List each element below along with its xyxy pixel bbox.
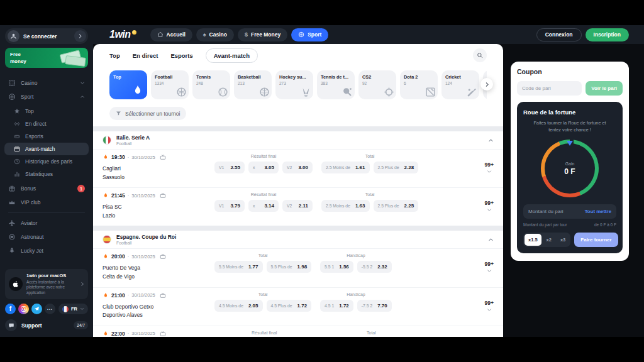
- odds-cell[interactable]: V13.79: [214, 200, 245, 212]
- sport-card-cricket[interactable]: Cricket 124: [441, 70, 479, 99]
- odds-group-label: Résultat final: [214, 192, 313, 197]
- odds-cell[interactable]: 4.5 Moins de2.05: [214, 300, 263, 312]
- multiplier-x3-button[interactable]: x3: [557, 234, 569, 246]
- more-markets-button[interactable]: 99+: [481, 162, 494, 174]
- sport-card-basketball[interactable]: Basketball 213: [234, 70, 272, 99]
- telegram-icon[interactable]: [31, 304, 42, 314]
- more-markets-button[interactable]: 99+: [481, 300, 494, 312]
- match-info[interactable]: 22:00 · 30/10/2025 Atletic Lleida Espany…: [103, 331, 214, 337]
- tab-avant-match[interactable]: Avant-match: [206, 48, 258, 63]
- macos-app-card[interactable]: 1win pour macOS Accès instantané à la pl…: [5, 269, 88, 300]
- odds-cell[interactable]: 5.5 Plus de1.98: [267, 261, 312, 273]
- spin-wheel-button[interactable]: Faire tourner: [574, 233, 618, 247]
- sidebar-item-casino[interactable]: Casino: [0, 76, 93, 90]
- match-teams: Pisa SC Lazio: [103, 203, 214, 220]
- sidebar-item-top[interactable]: Top: [4, 105, 89, 118]
- sidebar-item-bonus[interactable]: Bonus 1: [0, 182, 93, 195]
- sport-card-table-tennis[interactable]: Tennis de t... 383: [317, 70, 355, 99]
- search-button[interactable]: [473, 48, 487, 62]
- bet-amount-input[interactable]: [528, 209, 581, 214]
- sidebar-item-avant-match[interactable]: Avant-match: [4, 143, 89, 155]
- sidebar-item-statistiques[interactable]: Statistiques: [4, 168, 89, 180]
- all-in-button[interactable]: Tout mettre: [585, 209, 611, 214]
- sport-card-top[interactable]: Top: [109, 70, 147, 99]
- sidebar-item-historique-des-paris[interactable]: Historique des paris: [4, 155, 89, 168]
- match-info[interactable]: 19:30 · 30/10/2025 Cagliari Sassuolo: [103, 154, 214, 182]
- odds-cell[interactable]: 5.5 Moins de1.77: [214, 261, 263, 273]
- sport-card-dota2[interactable]: Dota 2 6: [400, 70, 438, 99]
- match-info[interactable]: 21:00 · 30/10/2025 Club Deportivo Getxo …: [103, 292, 214, 320]
- odds-cell[interactable]: 2.5 Moins de1.63: [321, 200, 370, 212]
- odds-cell[interactable]: x3.14: [248, 200, 279, 212]
- match-row: 20:00 · 30/10/2025 Puerto De Vega Celta …: [93, 249, 503, 287]
- odds-cell[interactable]: 2.5 Moins de1.61: [321, 162, 370, 173]
- tournament-filter-button[interactable]: Sélectionner un tournoi: [109, 107, 186, 120]
- odds-cell[interactable]: 4.5 11.72: [320, 300, 353, 312]
- sidebar-item-esports[interactable]: Esports: [4, 130, 89, 143]
- odds-cell[interactable]: 4.5 Plus de1.72: [267, 300, 312, 312]
- tab-esports[interactable]: Esports: [170, 52, 192, 59]
- bet-code-input[interactable]: [517, 81, 582, 96]
- sidebar-item-sport[interactable]: Sport: [0, 90, 93, 104]
- nav-pill-label: Sport: [308, 31, 321, 38]
- odds-cell[interactable]: V22.11: [282, 200, 313, 212]
- sidebar-item-aviator[interactable]: Aviator: [0, 216, 93, 230]
- multiplier-x2-button[interactable]: x2: [543, 234, 555, 246]
- login-button[interactable]: Connexion: [536, 28, 582, 41]
- sport-card-cs2[interactable]: CS2 92: [358, 70, 396, 99]
- odds-group: Résultat final V12.55 x3.05 V23.00: [214, 154, 313, 182]
- odds-cell[interactable]: V12.55: [214, 162, 245, 173]
- sidebar-item-en-direct[interactable]: En direct: [4, 118, 89, 130]
- sports-scroll-right-button[interactable]: [480, 78, 493, 90]
- odds-cell[interactable]: -5.5 22.32: [357, 261, 392, 273]
- signup-button[interactable]: Inscription: [586, 28, 629, 41]
- plane-icon: [8, 219, 16, 227]
- league-section-coupe-du-roi: Espagne. Coupe du Roi Football 20:00: [93, 231, 503, 337]
- facebook-icon[interactable]: f: [5, 304, 16, 314]
- language-selector[interactable]: FR: [58, 304, 88, 314]
- nav-pill-free-money[interactable]: $ Free Money: [238, 28, 287, 41]
- logo[interactable]: 1win: [109, 29, 136, 40]
- right-panel: Coupon Voir le pari Roue de la fortune F…: [503, 44, 644, 337]
- odds-cell[interactable]: x3.05: [248, 162, 279, 173]
- league-header[interactable]: Espagne. Coupe du Roi Football: [93, 231, 503, 249]
- chevron-up-icon[interactable]: [488, 138, 494, 143]
- odds-cell[interactable]: -7.5 27.70: [357, 300, 392, 312]
- nav-pill-casino[interactable]: ♠ Casino: [196, 28, 234, 41]
- odds-cell[interactable]: V23.00: [282, 162, 313, 173]
- view-bet-button[interactable]: Voir le pari: [586, 81, 623, 96]
- tab-top[interactable]: Top: [109, 52, 120, 59]
- calendar-icon: [14, 146, 20, 152]
- sport-count: 124: [445, 81, 475, 85]
- sidebar-item-vip-club[interactable]: VIP club: [0, 195, 93, 209]
- sport-card-hockey[interactable]: Hockey su... 273: [275, 70, 313, 99]
- nav-pill-accueil[interactable]: Accueil: [150, 28, 192, 41]
- chevron-up-icon[interactable]: [488, 237, 494, 243]
- more-markets-button[interactable]: 99+: [481, 200, 494, 212]
- support-link[interactable]: Support 24/7: [5, 319, 88, 331]
- nav-pill-sport[interactable]: Sport: [291, 28, 328, 41]
- multiplier-x1-5-button[interactable]: x1.5: [525, 234, 541, 246]
- sport-card-football[interactable]: Football 1334: [151, 70, 189, 99]
- free-money-banner[interactable]: Free money: [5, 48, 88, 68]
- match-info[interactable]: 21:45 · 30/10/2025 Pisa SC Lazio: [103, 192, 214, 220]
- more-socials-button[interactable]: ⋯: [45, 304, 55, 314]
- sport-card-tennis[interactable]: Tennis 248: [192, 70, 230, 99]
- free-money-line2: money: [10, 58, 26, 65]
- bet-amount-row: Tout mettre: [523, 204, 616, 219]
- more-markets-button[interactable]: 99+: [481, 261, 494, 273]
- login-button[interactable]: Se connecter: [5, 28, 88, 44]
- sidebar-item-astronaut[interactable]: Astronaut: [0, 230, 93, 244]
- odds-cell[interactable]: 2.5 Plus de2.25: [374, 200, 419, 212]
- match-info[interactable]: 20:00 · 30/10/2025 Puerto De Vega Celta …: [103, 253, 214, 281]
- league-header[interactable]: Italie. Serie A Football: [93, 131, 503, 150]
- instagram-icon[interactable]: [18, 304, 29, 314]
- header-nav: Accueil ♠ Casino $ Free Money Sport: [150, 28, 329, 41]
- match-odds: Résultat final V12.55 x3.05 V23.00 Total: [214, 154, 494, 182]
- per-turn-label: Montant du pari par tour: [523, 222, 567, 227]
- odds-cell[interactable]: 5.5 11.56: [320, 261, 353, 273]
- sidebar-item-label: Esports: [25, 133, 43, 140]
- odds-cell[interactable]: 2.5 Plus de2.28: [374, 162, 419, 173]
- sidebar-item-lucky-jet[interactable]: Lucky Jet: [0, 244, 93, 258]
- tab-en-direct[interactable]: En direct: [133, 52, 158, 59]
